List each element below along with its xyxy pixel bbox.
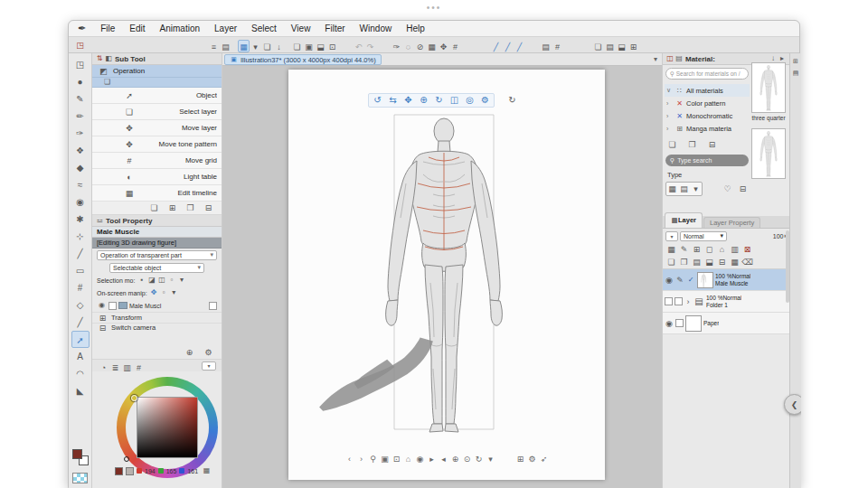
snap-ruler-icon[interactable]: ╱ <box>490 41 502 53</box>
rewind-icon[interactable]: ◂ <box>438 453 449 465</box>
subtool-item-move-tone[interactable]: ✥Move tone pattern <box>92 136 222 153</box>
material-list-icon[interactable]: ▤ <box>675 53 684 64</box>
layer-row-folder-1[interactable]: › ▤ 100 %NormalFolder 1 <box>663 291 790 313</box>
foreground-color-chip[interactable] <box>72 449 82 459</box>
brush-size-indicator-icon[interactable]: ◔ <box>98 361 109 374</box>
export-pose-icon[interactable]: ➶ <box>538 453 550 465</box>
blend-tool-icon[interactable]: ≈ <box>71 176 90 193</box>
property-list-icon[interactable]: ≣ <box>109 361 121 374</box>
hue-indicator[interactable] <box>124 456 129 462</box>
visibility-icon[interactable]: ◉ <box>97 300 107 311</box>
color-chips[interactable] <box>72 449 89 465</box>
subtool-group-selected-strip[interactable]: ❏ <box>92 78 222 88</box>
dock-tab-info-icon[interactable]: ▤ <box>791 68 801 78</box>
new-file-icon[interactable]: ❏ <box>291 41 303 53</box>
more-options-icon[interactable]: ▾ <box>485 453 496 465</box>
visibility-box[interactable] <box>665 297 673 305</box>
material-dock-icon[interactable]: ❏ <box>592 41 604 53</box>
fill-tool-icon[interactable]: ⊹ <box>71 228 90 245</box>
material-grid-view-icon[interactable]: ▦ <box>666 183 678 195</box>
property-detail-icon[interactable]: ▥ <box>121 361 133 374</box>
color-wheel[interactable] <box>117 377 218 478</box>
blend-mode-dropdown[interactable]: Normal▾ <box>680 231 727 241</box>
scale-model-icon[interactable]: ⊕ <box>417 94 430 107</box>
pose-model-icon[interactable]: ◫ <box>448 94 461 107</box>
menu-view[interactable]: View <box>284 23 318 33</box>
lock-layer-icon[interactable]: ⊞ <box>691 243 703 256</box>
layer-option-box2[interactable] <box>209 302 217 310</box>
menu-help[interactable]: Help <box>399 23 432 33</box>
scene-settings-icon[interactable]: ⚙ <box>526 453 538 465</box>
switch-camera-section[interactable]: ⊟Switch camera <box>92 323 222 332</box>
tab-layer[interactable]: ▤Layer <box>665 212 703 228</box>
visibility-icon[interactable]: ◉ <box>665 274 674 286</box>
print-icon[interactable]: ⊡ <box>326 41 338 53</box>
subtool-panel-header[interactable]: ⇅◧ Sub Tool <box>92 53 222 65</box>
new-vector-layer-icon[interactable]: ❐ <box>678 256 690 268</box>
tab-layer-property[interactable]: Layer Property <box>703 217 760 228</box>
ruler-range-icon[interactable]: ▥ <box>729 243 741 256</box>
clear-selection-icon[interactable]: ⊘ <box>414 41 426 53</box>
collapse-dock-button[interactable]: ❮ <box>784 394 801 415</box>
new-raster-layer-icon[interactable]: ❏ <box>665 256 677 268</box>
camera-view-icon[interactable]: ▣ <box>379 453 391 465</box>
onscreen-option-icon[interactable]: ▫ <box>159 287 169 298</box>
reset-rotation-icon[interactable]: ↻ <box>473 453 485 465</box>
eraser-tool-icon[interactable]: ◆ <box>71 159 90 176</box>
copy-subtool-icon[interactable]: ❐ <box>184 202 196 214</box>
main-menu-icon[interactable]: ≡ <box>208 41 220 53</box>
next-pose-icon[interactable]: › <box>355 453 367 465</box>
favorite-material-icon[interactable]: ♡ <box>722 183 733 195</box>
subtool-item-object[interactable]: ➚Object <box>92 88 222 104</box>
frame-border-tool-icon[interactable]: # <box>71 279 90 296</box>
fit-view-icon[interactable]: ⊡ <box>391 453 402 465</box>
transparent-color-chip[interactable] <box>72 473 88 483</box>
tree-caret-icon[interactable]: ∨ <box>666 87 673 94</box>
new-material-folder-icon[interactable]: ❏ <box>666 138 678 151</box>
gradient-tool-icon[interactable]: ╱ <box>71 245 90 262</box>
default-view-icon[interactable]: ⌂ <box>402 453 414 465</box>
menu-file[interactable]: File <box>93 23 122 33</box>
save-icon[interactable]: ⬓ <box>315 41 326 53</box>
subtool-item-move-layer[interactable]: ✥Move layer <box>92 120 222 136</box>
focus-model-icon[interactable]: ◉ <box>414 453 426 465</box>
expand-plus-icon[interactable]: ⊞ <box>97 312 108 324</box>
add-setting-icon[interactable]: ⊕ <box>184 346 195 359</box>
onscreen-manipulator-icon[interactable]: ✥ <box>149 287 159 298</box>
material-panel-icon[interactable]: ◫ <box>665 53 675 64</box>
new-canvas-icon[interactable]: ❏ <box>261 41 273 53</box>
palette-dock-icon[interactable]: ▤ <box>540 41 552 53</box>
add-model-icon[interactable]: ⊕ <box>449 453 461 465</box>
collapse-minus-icon[interactable]: ⊟ <box>97 323 108 332</box>
sv-indicator[interactable] <box>131 395 137 401</box>
transfer-layer-icon[interactable]: ⬓ <box>703 256 715 268</box>
camera-orbit-icon[interactable]: ◎ <box>463 94 476 107</box>
editing-status-bar[interactable]: [Editing 3D drawing figure] <box>92 238 222 249</box>
menu-layer[interactable]: Layer <box>207 23 244 33</box>
transform-section[interactable]: ⊞Transform <box>92 312 222 323</box>
document-page[interactable]: ↺⇆✥⊕↻◫◎⚙ ↻ <box>288 70 605 480</box>
transparent-part-dropdown[interactable]: Operation of transparent part▾ <box>97 250 217 260</box>
selectable-object-dropdown[interactable]: Selectable object▾ <box>109 263 204 273</box>
tree-caret-icon[interactable]: › <box>666 126 673 132</box>
material-view-more-icon[interactable]: ▾ <box>690 183 702 195</box>
lock-box[interactable] <box>675 319 684 327</box>
panel-corner-icon[interactable]: ◳ <box>74 39 86 52</box>
navigator-dock-icon[interactable]: ⬓ <box>616 41 627 53</box>
decoration-tool-icon[interactable]: ❖ <box>71 142 90 159</box>
remove-material-icon[interactable]: ⊟ <box>737 183 749 195</box>
delete-subtool-icon[interactable]: ⊟ <box>203 202 214 214</box>
draft-layer-icon[interactable]: ✎ <box>678 243 690 256</box>
canvas-area[interactable]: ▣ Illustration37* (3000 x 4000px 400dpi … <box>222 53 662 488</box>
merge-layer-icon[interactable]: ⊟ <box>716 256 728 268</box>
color-circle-icon[interactable]: ● <box>71 73 90 90</box>
menu-select[interactable]: Select <box>244 23 284 33</box>
reset-camera-icon[interactable]: ↻ <box>505 94 519 107</box>
tool-property-header[interactable]: ⚍ Tool Property <box>92 215 222 227</box>
grid-icon[interactable]: # <box>552 41 563 53</box>
color-set-icon[interactable]: ▦ <box>201 465 212 477</box>
move-model-icon[interactable]: ✥ <box>401 94 415 107</box>
material-list-view-icon[interactable]: ▤ <box>678 183 690 195</box>
subtool-group-operation[interactable]: ◩ Operation <box>92 65 222 78</box>
clip-to-layer-icon[interactable]: ▦ <box>665 243 677 256</box>
